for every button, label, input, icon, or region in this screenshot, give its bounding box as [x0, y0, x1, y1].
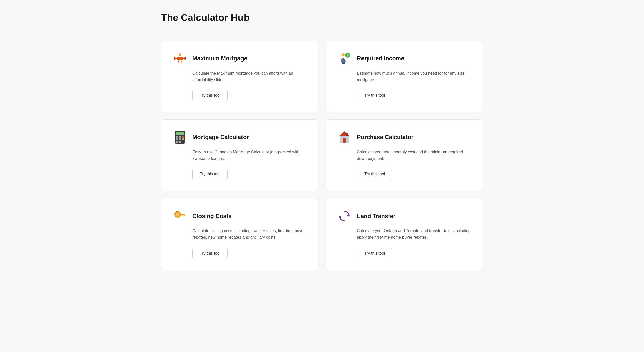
card-description-required-income: Estimate how much annual income you need… — [337, 70, 472, 83]
cards-grid: Maximum Mortgage Calculate the Maximum M… — [161, 41, 483, 270]
svg-rect-24 — [179, 141, 181, 143]
house-icon — [337, 130, 352, 145]
card-description-maximum-mortgage: Calculate the Maximum Mortgage you can a… — [172, 70, 307, 83]
card-description-land-transfer: Calculate your Ontario and Toronto land … — [337, 228, 472, 240]
card-header: Mortgage Calculator — [172, 130, 307, 145]
svg-rect-34 — [184, 215, 185, 216]
card-description-closing-costs: Calculate closing costs including transf… — [172, 228, 307, 240]
svg-rect-33 — [182, 215, 183, 216]
key-icon — [172, 208, 187, 224]
try-button-mortgage-calculator[interactable]: Try this tool — [192, 169, 228, 180]
svg-rect-4 — [184, 57, 186, 60]
card-title-purchase-calculator: Purchase Calculator — [357, 134, 413, 141]
svg-rect-17 — [176, 136, 178, 138]
card-header: Closing Costs — [172, 208, 307, 224]
card-description-purchase-calculator: Calculate your total monthly cost and th… — [337, 149, 472, 162]
svg-point-12 — [342, 53, 345, 56]
card-title-maximum-mortgage: Maximum Mortgage — [192, 55, 247, 62]
try-button-required-income[interactable]: Try this tool — [357, 90, 392, 101]
svg-rect-32 — [180, 214, 185, 215]
section-divider — [161, 28, 483, 28]
try-button-purchase-calculator[interactable]: Try this tool — [357, 169, 392, 180]
card-header: Land Transfer — [337, 208, 472, 224]
try-button-maximum-mortgage[interactable]: Try this tool — [192, 90, 228, 101]
svg-rect-29 — [343, 138, 346, 143]
card-title-required-income: Required Income — [357, 55, 404, 62]
calculator-icon — [172, 130, 187, 145]
svg-text:$: $ — [347, 53, 349, 57]
card-maximum-mortgage: Maximum Mortgage Calculate the Maximum M… — [161, 41, 318, 112]
card-header: $ Required Income — [337, 51, 472, 66]
svg-rect-21 — [179, 138, 181, 140]
page-title: The Calculator Hub — [161, 12, 483, 23]
card-title-mortgage-calculator: Mortgage Calculator — [192, 134, 249, 141]
card-description-mortgage-calculator: Easy to use Canadian Mortgage Calculator… — [172, 149, 307, 162]
svg-rect-23 — [176, 141, 178, 143]
page-container: The Calculator Hub — [146, 0, 498, 282]
svg-rect-27 — [346, 133, 348, 136]
card-title-closing-costs: Closing Costs — [192, 213, 232, 220]
card-header: Purchase Calculator — [337, 130, 472, 145]
try-button-closing-costs[interactable]: Try this tool — [192, 248, 228, 259]
svg-rect-13 — [342, 62, 343, 64]
card-mortgage-calculator: Mortgage Calculator Easy to use Canadian… — [161, 119, 318, 191]
svg-rect-22 — [182, 138, 184, 140]
svg-marker-36 — [340, 215, 342, 218]
svg-rect-25 — [182, 141, 184, 143]
svg-rect-0 — [174, 57, 175, 60]
card-purchase-calculator: Purchase Calculator Calculate your total… — [326, 119, 483, 191]
businessperson-icon: $ — [337, 51, 352, 66]
card-title-land-transfer: Land Transfer — [357, 213, 395, 220]
card-closing-costs: Closing Costs Calculate closing costs in… — [161, 198, 318, 270]
arrows-icon — [337, 208, 352, 224]
svg-point-31 — [176, 213, 179, 216]
svg-rect-14 — [343, 62, 345, 64]
weightlifter-icon — [172, 51, 187, 66]
try-button-land-transfer[interactable]: Try this tool — [357, 248, 392, 259]
svg-marker-26 — [339, 131, 350, 136]
card-land-transfer: Land Transfer Calculate your Ontario and… — [326, 198, 483, 270]
svg-rect-16 — [176, 132, 184, 135]
card-required-income: $ Required Income Estimate how much annu… — [326, 41, 483, 112]
svg-point-5 — [179, 53, 181, 56]
svg-rect-19 — [182, 136, 184, 138]
svg-marker-35 — [347, 214, 349, 217]
card-header: Maximum Mortgage — [172, 51, 307, 66]
svg-rect-18 — [179, 136, 181, 138]
svg-rect-20 — [176, 138, 178, 140]
